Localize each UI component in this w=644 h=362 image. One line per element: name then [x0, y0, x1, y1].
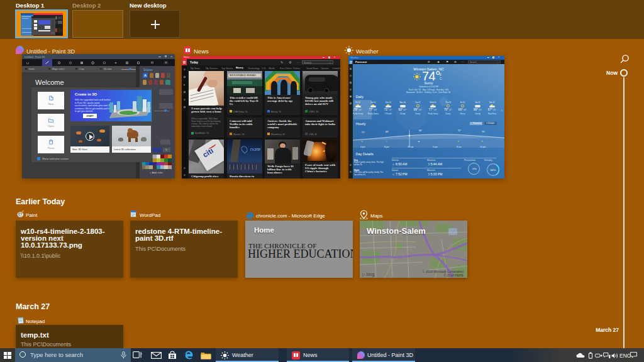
svg-text:34%: 34%	[491, 168, 496, 172]
svg-text:66°: 66°	[419, 129, 423, 132]
svg-text:68°: 68°	[386, 131, 389, 133]
svg-text:71°: 71°	[362, 131, 365, 134]
svg-text:72°: 72°	[458, 129, 462, 132]
svg-text:75°: 75°	[482, 131, 486, 133]
